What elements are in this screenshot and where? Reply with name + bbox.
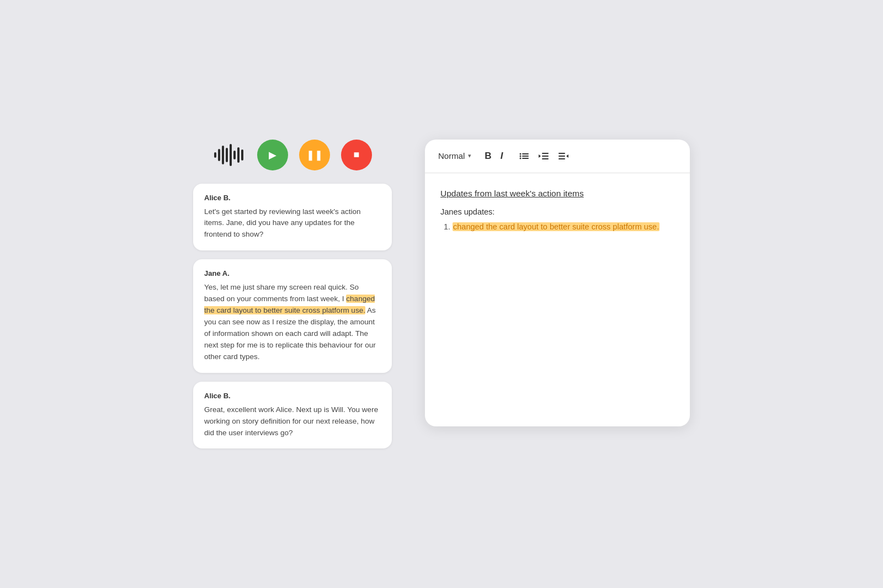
svg-marker-21 bbox=[566, 154, 568, 158]
svg-rect-13 bbox=[522, 158, 529, 159]
chat-card-3: Alice B. Great, excellent work Alice. Ne… bbox=[193, 382, 392, 449]
svg-rect-18 bbox=[558, 153, 565, 154]
list-item-1-highlight: changed the card layout to better suite … bbox=[453, 222, 659, 231]
pause-icon: ❚❚ bbox=[306, 149, 323, 161]
message-2-before: Yes, let me just share my screen real qu… bbox=[204, 283, 359, 303]
message-3: Great, excellent work Alice. Next up is … bbox=[204, 404, 381, 439]
indent-increase-button[interactable] bbox=[555, 149, 572, 163]
chat-card-1: Alice B. Let's get started by reviewing … bbox=[193, 184, 392, 251]
italic-button[interactable]: I bbox=[497, 148, 507, 164]
chevron-down-icon: ▾ bbox=[468, 152, 471, 159]
waveform-svg bbox=[213, 143, 246, 167]
svg-rect-20 bbox=[558, 158, 565, 159]
svg-rect-15 bbox=[542, 156, 549, 157]
svg-point-10 bbox=[520, 155, 522, 157]
speaker-2: Jane A. bbox=[204, 269, 381, 277]
svg-rect-4 bbox=[230, 144, 232, 166]
svg-rect-0 bbox=[214, 152, 216, 158]
style-label: Normal bbox=[438, 151, 465, 161]
editor-panel: Normal ▾ B I bbox=[425, 140, 690, 426]
svg-marker-17 bbox=[539, 154, 541, 158]
toolbar-list-group bbox=[516, 149, 572, 163]
svg-point-8 bbox=[520, 153, 522, 154]
pause-button[interactable]: ❚❚ bbox=[299, 140, 330, 170]
bullet-list-icon bbox=[519, 151, 529, 161]
indent-decrease-icon bbox=[538, 151, 549, 161]
editor-section-label: Janes updates: bbox=[440, 207, 674, 216]
svg-rect-9 bbox=[522, 153, 529, 154]
list-item-1: changed the card layout to better suite … bbox=[453, 221, 674, 233]
svg-rect-5 bbox=[233, 151, 236, 159]
svg-point-12 bbox=[520, 157, 522, 159]
svg-rect-19 bbox=[558, 156, 565, 157]
svg-rect-6 bbox=[237, 147, 240, 163]
stop-button[interactable]: ■ bbox=[341, 140, 372, 170]
bold-button[interactable]: B bbox=[481, 148, 494, 164]
play-button[interactable]: ▶ bbox=[257, 140, 288, 170]
svg-rect-14 bbox=[542, 153, 549, 154]
svg-rect-1 bbox=[218, 149, 220, 161]
main-container: ▶ ❚❚ ■ Alice B. Let's get started by rev… bbox=[193, 140, 690, 449]
svg-rect-7 bbox=[241, 149, 243, 161]
svg-rect-2 bbox=[222, 146, 224, 164]
editor-title: Updates from last week's action items bbox=[440, 189, 674, 199]
speaker-1: Alice B. bbox=[204, 194, 381, 202]
svg-rect-11 bbox=[522, 156, 529, 157]
svg-rect-3 bbox=[226, 148, 228, 162]
editor-content[interactable]: Updates from last week's action items Ja… bbox=[425, 173, 690, 426]
audio-controls: ▶ ❚❚ ■ bbox=[193, 140, 392, 170]
stop-icon: ■ bbox=[354, 149, 360, 161]
bullet-list-button[interactable] bbox=[516, 149, 533, 163]
message-2: Yes, let me just share my screen real qu… bbox=[204, 282, 381, 362]
chat-card-2: Jane A. Yes, let me just share my screen… bbox=[193, 259, 392, 372]
indent-increase-icon bbox=[558, 151, 569, 161]
chat-cards: Alice B. Let's get started by reviewing … bbox=[193, 184, 392, 449]
play-icon: ▶ bbox=[269, 149, 276, 161]
style-select[interactable]: Normal ▾ bbox=[438, 151, 471, 161]
editor-list: changed the card layout to better suite … bbox=[440, 221, 674, 233]
editor-toolbar: Normal ▾ B I bbox=[425, 140, 690, 173]
speaker-3: Alice B. bbox=[204, 392, 381, 400]
toolbar-text-format-group: B I bbox=[481, 148, 506, 164]
waveform bbox=[213, 144, 246, 166]
left-panel: ▶ ❚❚ ■ Alice B. Let's get started by rev… bbox=[193, 140, 392, 449]
indent-decrease-button[interactable] bbox=[535, 149, 552, 163]
bold-icon: B bbox=[485, 151, 491, 162]
svg-rect-16 bbox=[542, 158, 549, 159]
message-1: Let's get started by reviewing last week… bbox=[204, 206, 381, 241]
italic-icon: I bbox=[501, 151, 503, 162]
